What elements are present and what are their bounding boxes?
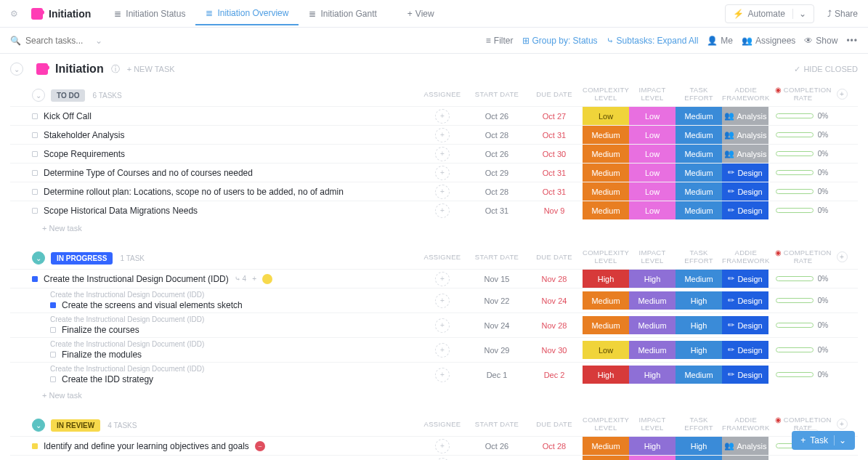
addie-chip[interactable]: ✏Design — [722, 201, 768, 219]
status-square-icon[interactable] — [32, 132, 38, 138]
task-row[interactable]: Create the Instructional Design Document… — [10, 269, 858, 288]
addie-chip[interactable]: 👥Analysis — [722, 126, 768, 144]
completion-cell[interactable]: 0% — [776, 296, 828, 304]
status-badge[interactable]: TO DO — [51, 89, 85, 102]
start-date[interactable]: Dec 1 — [487, 371, 508, 379]
impact-chip[interactable]: High — [629, 437, 676, 455]
task-name[interactable]: Identify and define your learning object… — [44, 441, 249, 451]
start-date[interactable]: Nov 22 — [484, 296, 510, 305]
col-assignee[interactable]: ASSIGNEE — [417, 90, 468, 98]
assignee-add-icon[interactable]: + — [435, 272, 450, 286]
task-name[interactable]: Finalize the modules — [62, 350, 142, 360]
status-square-icon[interactable] — [50, 352, 56, 358]
impact-chip[interactable]: Low — [629, 145, 676, 163]
complexity-chip[interactable]: Medium — [583, 182, 629, 201]
task-name[interactable]: Determine rollout plan: Locations, scope… — [44, 187, 344, 197]
subtasks-button[interactable]: ⤷Subtasks: Expand All — [607, 36, 699, 46]
addie-chip[interactable]: 👥Analysis — [722, 145, 768, 163]
task-name[interactable]: Scope Historical Data Migrations Needs — [44, 206, 198, 216]
workspace-icon[interactable]: ⚙ — [10, 9, 18, 19]
assignees-button[interactable]: 👥Assignees — [742, 36, 795, 46]
add-column-button[interactable]: + — [837, 419, 848, 429]
add-view[interactable]: + View — [400, 9, 442, 19]
addie-chip[interactable]: ✏Design — [722, 316, 768, 334]
task-name[interactable]: Stakeholder Analysis — [44, 130, 124, 140]
impact-chip[interactable]: Low — [629, 456, 676, 460]
completion-cell[interactable]: 0% — [776, 321, 828, 329]
completion-cell[interactable]: 0% — [776, 206, 828, 214]
addie-chip[interactable]: ✏Design — [722, 182, 768, 201]
due-date[interactable]: Oct 30 — [543, 150, 566, 158]
list-title[interactable]: Initiation — [31, 8, 91, 20]
start-date[interactable]: Oct 28 — [485, 187, 508, 196]
task-name[interactable]: Scope Requirements — [44, 149, 125, 159]
more-button[interactable]: ••• — [846, 36, 858, 46]
col-completion[interactable]: ◉ COMPLETION RATE — [770, 249, 837, 265]
status-square-icon[interactable] — [32, 151, 38, 157]
new-task-row[interactable]: + New task — [10, 387, 858, 400]
effort-chip[interactable]: High — [676, 437, 722, 455]
complexity-chip[interactable]: High — [583, 366, 629, 384]
assignee-add-icon[interactable]: + — [435, 458, 450, 461]
task-row[interactable]: Create the Instructional Design Document… — [10, 312, 858, 337]
view-tab[interactable]: ≣Initiation Status — [104, 3, 195, 25]
status-square-icon[interactable] — [32, 189, 38, 195]
start-date[interactable]: Nov 29 — [484, 346, 510, 355]
task-name[interactable]: Kick Off Call — [44, 111, 92, 121]
status-square-icon[interactable] — [32, 113, 38, 119]
task-row[interactable]: Stakeholder Analysis + Oct 28 Oct 31 Med… — [10, 125, 858, 144]
due-date[interactable]: Dec 2 — [544, 371, 565, 379]
create-task-button[interactable]: + Task ⌄ — [792, 431, 855, 450]
due-date[interactable]: Oct 28 — [543, 442, 566, 451]
add-column-button[interactable]: + — [837, 251, 848, 262]
due-date[interactable]: Oct 27 — [543, 112, 566, 121]
col-start[interactable]: START DATE — [468, 253, 526, 261]
impact-chip[interactable]: High — [629, 270, 676, 288]
assignee-add-icon[interactable]: + — [435, 166, 450, 180]
task-row[interactable]: Kick Off Call + Oct 26 Oct 27 Low Low Me… — [10, 106, 858, 125]
impact-chip[interactable]: Low — [629, 107, 676, 125]
assignee-add-icon[interactable]: + — [435, 368, 450, 382]
group-collapse-icon[interactable]: ⌄ — [32, 419, 45, 432]
effort-chip[interactable]: Medium — [676, 126, 722, 144]
completion-cell[interactable]: 0% — [776, 187, 828, 195]
due-date[interactable]: Oct 31 — [543, 187, 566, 196]
group-collapse-icon[interactable]: ⌄ — [32, 89, 45, 102]
task-row[interactable]: Create the Instructional Design Document… — [10, 288, 858, 312]
chevron-down-icon[interactable]: ⌄ — [834, 435, 846, 445]
groupby-button[interactable]: ⊞Group by: Status — [522, 36, 598, 46]
view-tab[interactable]: ≣Initiation Overview — [195, 2, 299, 25]
effort-chip[interactable]: Low — [676, 456, 722, 460]
completion-cell[interactable]: 0% — [776, 150, 828, 158]
impact-chip[interactable]: Low — [629, 201, 676, 219]
col-effort[interactable]: TASK EFFORT — [676, 416, 722, 432]
share-button[interactable]: ⤴ Share — [827, 9, 858, 19]
start-date[interactable]: Oct 31 — [485, 206, 508, 215]
task-row[interactable]: Scope Historical Data Migrations Needs +… — [10, 201, 858, 219]
start-date[interactable]: Nov 24 — [484, 321, 510, 330]
completion-cell[interactable]: 0% — [776, 371, 828, 379]
impact-chip[interactable]: High — [629, 366, 676, 384]
due-date[interactable]: Nov 9 — [544, 206, 565, 215]
status-square-icon[interactable] — [32, 208, 38, 214]
status-square-icon[interactable] — [50, 376, 56, 382]
status-square-icon[interactable] — [32, 443, 38, 449]
col-complexity[interactable]: COMPLEXITY LEVEL — [583, 416, 629, 432]
effort-chip[interactable]: Medium — [676, 366, 722, 384]
task-row[interactable]: Determine Type of Courses and no of cour… — [10, 163, 858, 182]
impact-chip[interactable]: Medium — [629, 316, 676, 334]
complexity-chip[interactable]: Medium — [583, 291, 629, 310]
col-impact[interactable]: IMPACT LEVEL — [629, 86, 676, 102]
view-tab[interactable]: ≣Initiation Gantt — [299, 3, 386, 25]
status-square-icon[interactable] — [50, 327, 56, 333]
col-impact[interactable]: IMPACT LEVEL — [629, 249, 676, 265]
impact-chip[interactable]: Medium — [629, 291, 676, 310]
col-complexity[interactable]: COMPLEXITY LEVEL — [583, 86, 629, 102]
task-row[interactable]: Scope Requirements + Oct 26 Oct 30 Mediu… — [10, 144, 858, 163]
col-addie[interactable]: ADDIE FRAMEWORK — [722, 86, 770, 102]
status-badge[interactable]: IN PROGRESS — [51, 252, 113, 265]
task-row[interactable]: Determine rollout plan: Locations, scope… — [10, 182, 858, 201]
start-date[interactable]: Oct 28 — [485, 131, 508, 140]
show-button[interactable]: 👁Show — [804, 36, 837, 46]
col-due[interactable]: DUE DATE — [526, 253, 583, 261]
